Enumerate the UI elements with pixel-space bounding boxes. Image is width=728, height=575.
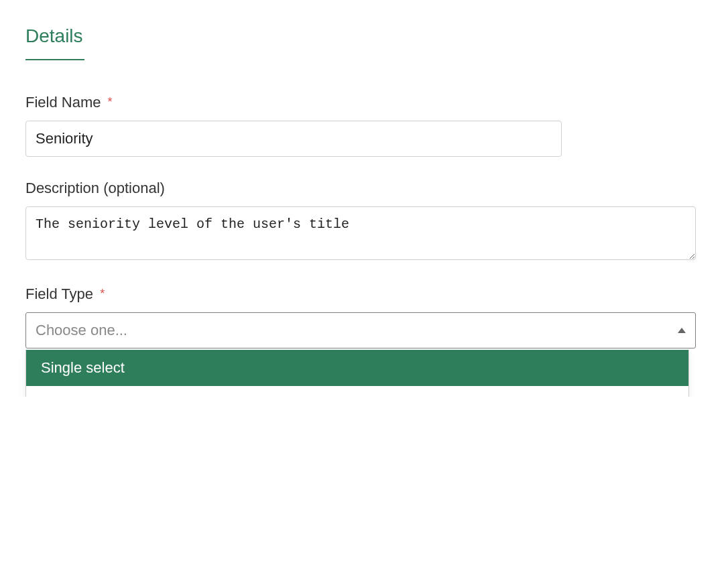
field-type-group: Field Type * Choose one... Single select… <box>25 285 703 348</box>
required-indicator: * <box>108 95 113 109</box>
field-name-input[interactable] <box>25 121 562 157</box>
description-group: Description (optional) The seniority lev… <box>25 180 703 263</box>
description-label-text: Description (optional) <box>25 180 165 196</box>
field-name-group: Field Name * <box>25 94 703 157</box>
field-type-placeholder: Choose one... <box>36 322 127 339</box>
description-label: Description (optional) <box>25 180 703 197</box>
field-type-label-text: Field Type <box>25 285 93 302</box>
field-name-label: Field Name * <box>25 94 703 111</box>
dropdown-item-single-select[interactable]: Single select <box>26 350 688 386</box>
dropdown-item-multi-select[interactable]: Multi select <box>26 386 688 397</box>
required-indicator: * <box>100 287 105 300</box>
chevron-up-icon <box>678 328 686 333</box>
description-textarea[interactable]: The seniority level of the user's title <box>25 206 696 260</box>
field-type-dropdown: Single select Multi select Yes/No User <box>25 350 689 397</box>
field-type-label: Field Type * <box>25 285 703 303</box>
title-underline <box>25 59 84 60</box>
section-title: Details <box>25 25 703 47</box>
field-name-label-text: Field Name <box>25 94 101 111</box>
field-type-select[interactable]: Choose one... <box>25 312 696 348</box>
field-type-select-wrapper: Choose one... Single select Multi select… <box>25 312 696 348</box>
